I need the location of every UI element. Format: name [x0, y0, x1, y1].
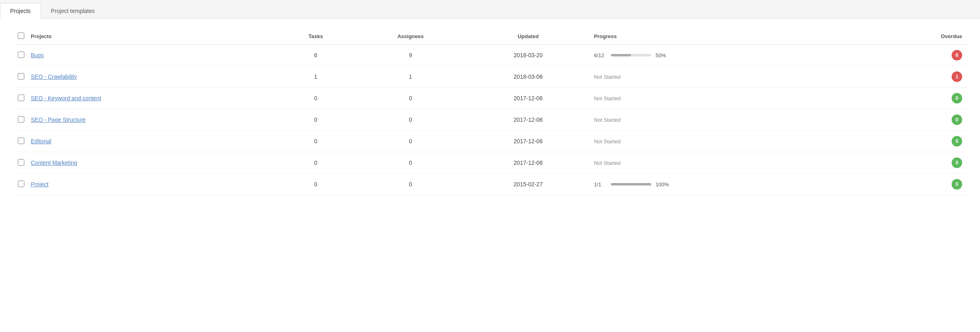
updated-cell: 2017-12-06 — [467, 152, 589, 174]
row-checkbox[interactable] — [18, 138, 24, 144]
project-name-cell: SEO - Crawlability — [26, 66, 278, 88]
col-header-progress: Progress — [589, 28, 869, 45]
progress-cell: Not Started — [589, 131, 869, 152]
row-checkbox-cell — [13, 109, 26, 131]
tab-project-templates[interactable]: Project templates — [41, 3, 105, 19]
progress-bar-fill — [611, 54, 631, 56]
assignees-cell: 0 — [354, 174, 467, 195]
table-header-row: Projects Tasks Assignees Updated Progres… — [13, 28, 967, 45]
tasks-cell: 0 — [278, 131, 354, 152]
project-link[interactable]: Editorial — [31, 138, 51, 144]
tabs-bar: Projects Project templates — [0, 0, 980, 19]
col-header-updated: Updated — [467, 28, 589, 45]
row-checkbox[interactable] — [18, 73, 24, 80]
row-checkbox-cell — [13, 66, 26, 88]
progress-pct-label: 100% — [655, 181, 671, 188]
tasks-cell: 1 — [278, 66, 354, 88]
row-checkbox[interactable] — [18, 116, 24, 123]
not-started-label: Not Started — [594, 74, 621, 80]
tasks-cell: 0 — [278, 109, 354, 131]
tab-projects[interactable]: Projects — [0, 3, 41, 19]
overdue-cell: 6 — [869, 45, 967, 66]
overdue-cell: 0 — [869, 109, 967, 131]
not-started-label: Not Started — [594, 95, 621, 101]
table-row: Content Marketing002017-12-06Not Started… — [13, 152, 967, 174]
row-checkbox-cell — [13, 174, 26, 195]
overdue-cell: 0 — [869, 88, 967, 109]
updated-cell: 2017-12-06 — [467, 131, 589, 152]
progress-cell: Not Started — [589, 66, 869, 88]
table-container: Projects Tasks Assignees Updated Progres… — [0, 19, 980, 205]
project-link[interactable]: SEO - Page Structure — [31, 116, 86, 123]
project-link[interactable]: Bugs — [31, 52, 44, 58]
project-link[interactable]: SEO - Crawlability — [31, 73, 77, 80]
project-name-cell: Bugs — [26, 45, 278, 66]
assignees-cell: 9 — [354, 45, 467, 66]
project-name-cell: Content Marketing — [26, 152, 278, 174]
projects-table: Projects Tasks Assignees Updated Progres… — [13, 28, 967, 195]
progress-cell: Not Started — [589, 152, 869, 174]
row-checkbox-cell — [13, 131, 26, 152]
project-link[interactable]: SEO - Keyword and content — [31, 95, 101, 101]
project-name-cell: Project — [26, 174, 278, 195]
overdue-badge: 0 — [952, 136, 962, 147]
row-checkbox[interactable] — [18, 95, 24, 101]
progress-pct-label: 50% — [655, 52, 671, 58]
overdue-cell: 0 — [869, 131, 967, 152]
row-checkbox[interactable] — [18, 159, 24, 166]
row-checkbox[interactable] — [18, 52, 24, 58]
row-checkbox-cell — [13, 88, 26, 109]
table-row: SEO - Page Structure002017-12-06Not Star… — [13, 109, 967, 131]
col-header-projects: Projects — [26, 28, 278, 45]
progress-cell: 6/1250% — [589, 45, 869, 66]
project-link[interactable]: Project — [31, 181, 49, 188]
project-name-cell: Editorial — [26, 131, 278, 152]
project-name-cell: SEO - Page Structure — [26, 109, 278, 131]
page-container: Projects Project templates Projects Task… — [0, 0, 980, 332]
tasks-cell: 0 — [278, 88, 354, 109]
overdue-badge: 0 — [952, 93, 962, 103]
overdue-badge: 1 — [952, 71, 962, 82]
table-row: SEO - Crawlability112018-03-06Not Starte… — [13, 66, 967, 88]
tasks-cell: 0 — [278, 152, 354, 174]
row-checkbox[interactable] — [18, 181, 24, 187]
select-all-checkbox[interactable] — [18, 32, 24, 39]
progress-bar-fill — [611, 183, 651, 185]
table-row: Project002015-02-271/1100%0 — [13, 174, 967, 195]
assignees-cell: 0 — [354, 131, 467, 152]
progress-fraction: 1/1 — [594, 181, 607, 188]
col-header-assignees: Assignees — [354, 28, 467, 45]
progress-cell: 1/1100% — [589, 174, 869, 195]
updated-cell: 2018-03-20 — [467, 45, 589, 66]
progress-cell: Not Started — [589, 88, 869, 109]
project-link[interactable]: Content Marketing — [31, 160, 77, 166]
table-row: Bugs692018-03-206/1250%6 — [13, 45, 967, 66]
project-name-cell: SEO - Keyword and content — [26, 88, 278, 109]
overdue-badge: 0 — [952, 114, 962, 125]
progress-fraction: 6/12 — [594, 52, 607, 58]
header-checkbox-cell — [13, 28, 26, 45]
col-header-tasks: Tasks — [278, 28, 354, 45]
progress-bar-container — [611, 183, 651, 185]
overdue-cell: 0 — [869, 152, 967, 174]
assignees-cell: 0 — [354, 109, 467, 131]
table-row: SEO - Keyword and content002017-12-06Not… — [13, 88, 967, 109]
not-started-label: Not Started — [594, 117, 621, 123]
assignees-cell: 0 — [354, 152, 467, 174]
progress-cell: Not Started — [589, 109, 869, 131]
updated-cell: 2017-12-06 — [467, 88, 589, 109]
table-body: Bugs692018-03-206/1250%6SEO - Crawlabili… — [13, 45, 967, 195]
col-header-overdue: Overdue — [869, 28, 967, 45]
overdue-badge: 0 — [952, 157, 962, 168]
updated-cell: 2018-03-06 — [467, 66, 589, 88]
table-row: Editorial002017-12-06Not Started0 — [13, 131, 967, 152]
row-checkbox-cell — [13, 152, 26, 174]
assignees-cell: 0 — [354, 88, 467, 109]
progress-bar-container — [611, 54, 651, 56]
updated-cell: 2017-12-06 — [467, 109, 589, 131]
overdue-badge: 0 — [952, 179, 962, 190]
tasks-cell: 6 — [278, 45, 354, 66]
updated-cell: 2015-02-27 — [467, 174, 589, 195]
overdue-cell: 0 — [869, 174, 967, 195]
overdue-badge: 6 — [952, 50, 962, 60]
